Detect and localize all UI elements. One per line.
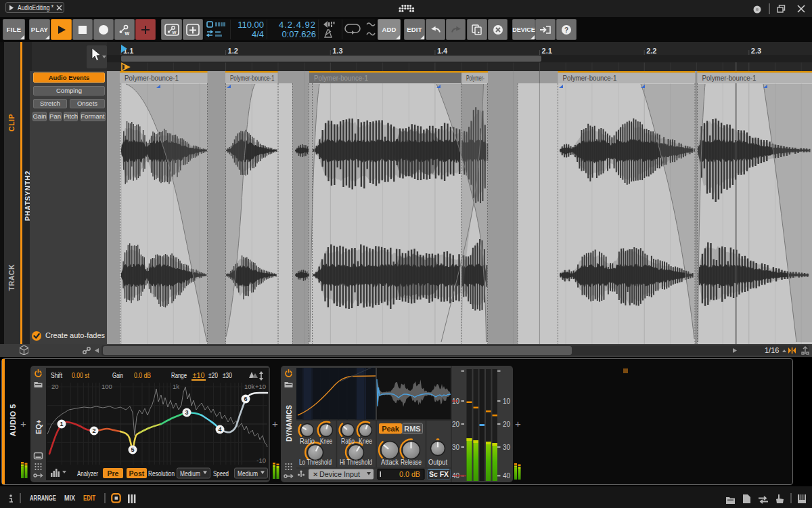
svg-text:1: 1 <box>60 421 63 427</box>
svg-text:Shift: Shift <box>51 371 62 379</box>
svg-text:Polymer-bounce-1: Polymer-bounce-1 <box>125 74 179 82</box>
svg-text:-10: -10 <box>256 457 266 464</box>
svg-text:1.3: 1.3 <box>332 47 342 55</box>
svg-text:Range: Range <box>171 371 187 379</box>
svg-text:1k: 1k <box>173 383 179 390</box>
svg-text:Attack: Attack <box>381 458 399 466</box>
svg-text:2.3: 2.3 <box>751 47 761 55</box>
svg-text:Ratio: Ratio <box>300 437 315 445</box>
svg-text:10k: 10k <box>244 383 255 390</box>
svg-text:Gain: Gain <box>112 371 123 379</box>
svg-text:Polymer-bounce-1: Polymer-bounce-1 <box>314 74 368 82</box>
svg-text:±10: ±10 <box>193 371 205 379</box>
svg-text:20: 20 <box>503 421 511 428</box>
svg-text:Medium: Medium <box>180 470 200 478</box>
svg-text:EQ+: EQ+ <box>35 420 43 434</box>
svg-text:Post: Post <box>129 469 145 478</box>
svg-text:30: 30 <box>452 444 460 451</box>
svg-text:20: 20 <box>452 421 460 428</box>
svg-text:w: w <box>171 29 176 35</box>
svg-text:10: 10 <box>503 398 511 405</box>
svg-text:Hi Threshold: Hi Threshold <box>340 458 372 466</box>
svg-text:40: 40 <box>503 472 511 480</box>
svg-text:Resolution: Resolution <box>148 469 175 478</box>
svg-text:MIX: MIX <box>64 494 75 502</box>
svg-text:✕: ✕ <box>313 471 318 478</box>
svg-text:EDIT: EDIT <box>83 494 95 502</box>
svg-text:1.4: 1.4 <box>437 47 448 55</box>
svg-text:RMS: RMS <box>404 425 420 433</box>
svg-text:Peak: Peak <box>382 425 400 433</box>
svg-text:4: 4 <box>218 426 221 433</box>
svg-text:+10: +10 <box>255 383 266 390</box>
svg-text:100: 100 <box>102 383 112 390</box>
svg-text:0.0 dB: 0.0 dB <box>134 371 151 379</box>
svg-text:Sc FX: Sc FX <box>429 470 449 478</box>
svg-text:±30: ±30 <box>223 371 232 379</box>
svg-text:2.1: 2.1 <box>542 47 552 55</box>
svg-text:Knee: Knee <box>320 437 332 445</box>
svg-text:Pre: Pre <box>108 469 119 478</box>
svg-text:Lo Threshold: Lo Threshold <box>299 458 332 466</box>
svg-text:20: 20 <box>51 383 59 390</box>
svg-text:Output: Output <box>428 458 447 466</box>
svg-text:2.2: 2.2 <box>646 47 656 55</box>
svg-text:Knee: Knee <box>359 437 372 445</box>
svg-text:0.00 st: 0.00 st <box>72 371 89 379</box>
svg-text:Ratio: Ratio <box>341 437 355 445</box>
svg-text:w: w <box>125 29 130 35</box>
svg-text:5: 5 <box>131 446 134 453</box>
svg-text:Device Input: Device Input <box>319 470 360 478</box>
svg-text:2: 2 <box>92 427 95 434</box>
svg-text:Polymer-bounce-1: Polymer-bounce-1 <box>230 74 275 82</box>
svg-text:?: ? <box>564 26 568 33</box>
svg-text:0.0 dB: 0.0 dB <box>399 470 420 478</box>
svg-text:ARRANGE: ARRANGE <box>30 494 56 502</box>
svg-text:Polymer-bounce-1: Polymer-bounce-1 <box>563 74 617 82</box>
svg-text:6: 6 <box>244 396 247 402</box>
svg-text:Speed: Speed <box>213 469 229 478</box>
svg-text:3: 3 <box>185 409 188 416</box>
svg-text:Release: Release <box>401 458 422 466</box>
svg-text:±20: ±20 <box>208 371 218 379</box>
svg-text:Medium: Medium <box>238 470 258 478</box>
svg-text:Polymer-bounce-1: Polymer-bounce-1 <box>702 74 757 82</box>
svg-text:30: 30 <box>503 444 511 451</box>
svg-text:AudioEditing *: AudioEditing * <box>18 3 54 12</box>
svg-text:1.2: 1.2 <box>228 47 238 55</box>
svg-text:Polymer-: Polymer- <box>466 74 484 82</box>
svg-text:Analyzer: Analyzer <box>77 469 98 478</box>
